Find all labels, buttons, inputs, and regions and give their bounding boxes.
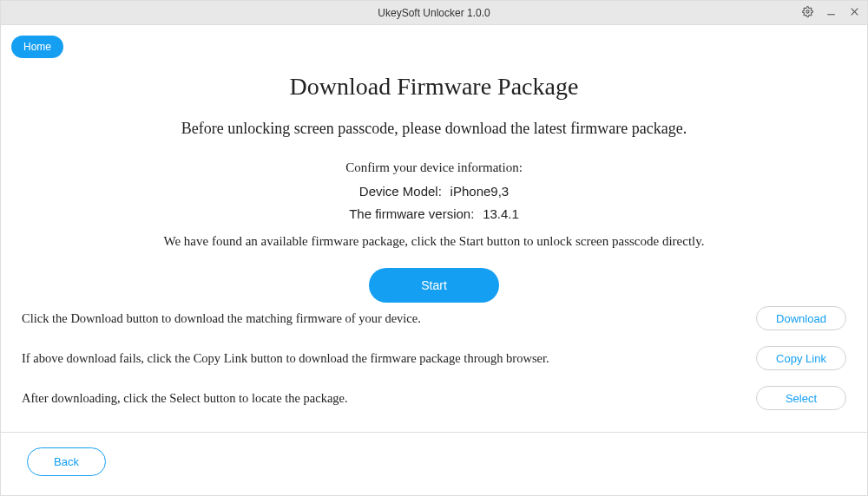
page-subtitle: Before unlocking screen passcode, please… (1, 120, 867, 138)
confirm-text: Confirm your device information: (1, 160, 867, 175)
instruction-download-row: Click the Download button to download th… (22, 306, 846, 330)
start-button[interactable]: Start (369, 268, 499, 303)
close-icon[interactable] (849, 6, 860, 20)
copy-link-button[interactable]: Copy Link (756, 346, 846, 370)
svg-point-0 (806, 10, 809, 12)
back-button[interactable]: Back (27, 447, 106, 476)
titlebar: UkeySoft Unlocker 1.0.0 (1, 1, 867, 25)
select-button[interactable]: Select (756, 386, 846, 410)
settings-icon[interactable] (802, 6, 813, 20)
home-button[interactable]: Home (11, 36, 63, 58)
firmware-found-text: We have found an available firmware pack… (1, 234, 867, 249)
device-model-row: Device Model: iPhone9,3 (1, 184, 867, 199)
page-title: Download Firmware Package (1, 73, 867, 101)
instruction-select-text: After downloading, click the Select butt… (22, 391, 348, 406)
main-content: Download Firmware Package Before unlocki… (1, 25, 867, 303)
divider (1, 432, 867, 433)
firmware-value: 13.4.1 (483, 206, 519, 221)
window-controls (802, 6, 860, 20)
instructions-area: Click the Download button to download th… (22, 306, 846, 426)
device-model-value: iPhone9,3 (450, 184, 510, 199)
window-title: UkeySoft Unlocker 1.0.0 (378, 7, 490, 19)
download-button[interactable]: Download (756, 306, 846, 330)
firmware-version-row: The firmware version: 13.4.1 (1, 206, 867, 222)
device-model-label: Device Model: (359, 184, 442, 199)
minimize-icon[interactable] (825, 6, 837, 20)
instruction-select-row: After downloading, click the Select butt… (22, 386, 846, 410)
instruction-download-text: Click the Download button to download th… (22, 311, 421, 326)
instruction-copylink-text: If above download fails, click the Copy … (22, 351, 549, 366)
instruction-copylink-row: If above download fails, click the Copy … (22, 346, 846, 370)
firmware-label: The firmware version: (349, 206, 474, 221)
